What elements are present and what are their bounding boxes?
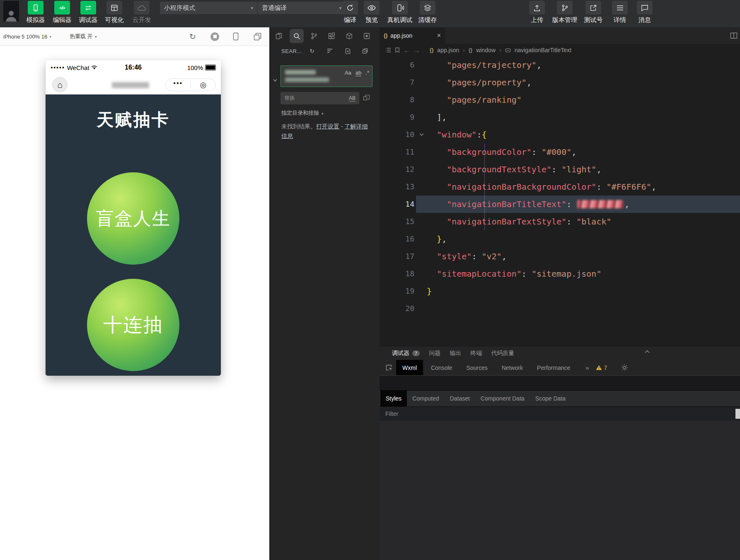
code-editor[interactable]: 6 "pages/trajectory",7 "pages/property",… (380, 56, 740, 346)
preview-button[interactable]: 预览 (358, 1, 385, 24)
tab-scope-data[interactable]: Scope Data (530, 391, 571, 406)
replace-input[interactable]: 替换 AB (281, 92, 359, 104)
code-line-6[interactable]: 6 "pages/trajectory", (380, 56, 740, 74)
message-button[interactable]: 消息 (631, 1, 658, 24)
device-debug-button[interactable]: 真机调试 (387, 1, 413, 24)
toolbar-editor-button[interactable]: </> 编辑器 (49, 1, 75, 24)
preserve-case-toggle[interactable]: AB (349, 95, 355, 101)
tab-debugger[interactable]: 调试器 7 (392, 350, 420, 357)
nav-back-icon[interactable]: ← (404, 47, 410, 54)
gacha-button-blind-box-life[interactable]: 盲盒人生 (87, 172, 179, 265)
tab-styles[interactable]: Styles (380, 391, 407, 406)
mode-dropdown[interactable]: 小程序模式 ▾ (160, 2, 257, 14)
tab-computed[interactable]: Computed (407, 391, 445, 406)
nav-forward-icon[interactable]: → (414, 47, 420, 54)
devtools-settings-icon[interactable] (621, 364, 628, 371)
source-control-icon[interactable] (307, 29, 321, 43)
more-button[interactable]: ••• (166, 79, 191, 91)
code-line-11[interactable]: 11 "backgroundColor": "#000", (380, 143, 740, 161)
tab-code-quality[interactable]: 代码质量 (491, 350, 514, 357)
exit-target-button[interactable]: ◎ (191, 79, 216, 91)
new-search-editor-icon[interactable] (344, 47, 351, 55)
bookmark-icon[interactable] (395, 47, 400, 53)
clear-results-icon[interactable] (326, 47, 334, 55)
collapse-panel-icon[interactable] (645, 350, 650, 353)
search-input[interactable]: Aa ab .* (281, 65, 372, 87)
more-tools-icon[interactable] (360, 29, 374, 43)
home-button[interactable]: ⌂ (52, 77, 68, 92)
devtools-tab-console[interactable]: Console (425, 360, 458, 375)
code-line-7[interactable]: 7 "pages/property", (380, 74, 740, 91)
hot-reload-toggle[interactable]: 热重载 开 ▾ (70, 27, 97, 46)
devtools-tab-network[interactable]: Network (496, 360, 529, 375)
extensions-icon[interactable] (324, 29, 339, 43)
devtools-tab-performance[interactable]: Performance (531, 360, 576, 375)
fold-chevron-icon[interactable] (416, 126, 427, 143)
sim-suspend-button[interactable] (210, 27, 219, 46)
split-editor-icon[interactable] (730, 32, 738, 39)
device-selector[interactable]: iPhone 5 100% 16 ▾ (3, 27, 51, 46)
hot-reload-value: 热重载 开 (70, 33, 93, 40)
code-line-8[interactable]: 8 "pages/ranking" (380, 91, 740, 109)
files-icon[interactable] (272, 29, 286, 43)
tab-problems[interactable]: 问题 (429, 350, 440, 357)
outline-icon[interactable] (385, 48, 391, 53)
clear-cache-button[interactable]: 清缓存 (414, 1, 441, 24)
breadcrumb-item-property[interactable]: navigationBarTitleText (515, 47, 571, 53)
breadcrumb-item-file[interactable]: app.json (437, 47, 459, 53)
code-line-13[interactable]: 13 "navigationBarBackgroundColor": "#F6F… (380, 178, 740, 196)
regex-toggle[interactable]: .* (365, 70, 369, 76)
breadcrumb-item-window[interactable]: window (476, 47, 496, 53)
code-line-17[interactable]: 17 "style": "v2", (380, 248, 740, 265)
toggle-replace-icon[interactable] (273, 79, 277, 82)
refresh-results-icon[interactable]: ↻ (308, 47, 316, 55)
inspect-element-icon[interactable] (382, 364, 396, 372)
code-line-20[interactable]: 20 (380, 300, 740, 317)
more-tabs-icon[interactable]: » (585, 364, 589, 371)
tab-app-json[interactable]: {} app.json × (380, 27, 445, 44)
toolbar-simulator-button[interactable]: 模拟器 (22, 1, 49, 24)
code-line-14[interactable]: 14 "navigationBarTitleText": , (380, 196, 740, 213)
gacha-button-ten-draw[interactable]: 十连抽 (87, 279, 179, 371)
sim-device-frame-button[interactable] (233, 27, 239, 46)
devtools-tab-wxml[interactable]: Wxml (396, 360, 423, 375)
toolbar-debugger-button[interactable]: 调试器 (75, 1, 102, 24)
user-avatar[interactable] (3, 1, 19, 22)
styles-filter-input[interactable]: Filter (385, 410, 398, 417)
code-line-9[interactable]: 9 ], (380, 109, 740, 126)
collapse-all-icon[interactable] (361, 47, 369, 55)
dir-filter-toggle[interactable]: 指定目录和排除 ▴ (281, 109, 324, 117)
match-case-toggle[interactable]: Aa (345, 70, 351, 76)
editor-icon: </> (54, 1, 70, 14)
code-line-15[interactable]: 15 "navigationBarTextStyle": "black" (380, 213, 740, 230)
tab-terminal[interactable]: 终端 (470, 350, 482, 357)
code-line-18[interactable]: 18 "sitemapLocation": "sitemap.json" (380, 265, 740, 282)
code-line-10[interactable]: 10 "window":{ (380, 126, 740, 143)
version-button[interactable]: 版本管理 (551, 1, 578, 24)
wxml-tree-area[interactable] (380, 376, 740, 391)
tab-component-data[interactable]: Component Data (475, 391, 530, 406)
search-icon[interactable] (290, 29, 304, 43)
code-line-19[interactable]: 19} (380, 282, 740, 300)
package-icon[interactable] (342, 29, 356, 43)
open-settings-link[interactable]: 打开设置 (316, 123, 339, 130)
details-button[interactable]: 详情 (607, 1, 633, 24)
sim-refresh-button[interactable]: ↻ (189, 27, 196, 46)
toolbar-cloud-button[interactable]: 云开发 (128, 1, 155, 24)
code-line-16[interactable]: 16 }, (380, 230, 740, 248)
tab-close-icon[interactable]: × (437, 32, 441, 39)
test-account-button[interactable]: 测试号 (580, 1, 607, 24)
warning-counter[interactable]: 7 (596, 364, 607, 371)
sim-multi-window-button[interactable] (254, 27, 261, 46)
tab-output[interactable]: 输出 (450, 350, 461, 357)
toolbar-visualize-button[interactable]: 可视化 (101, 1, 128, 24)
upload-button[interactable]: 上传 (524, 1, 550, 24)
replace-all-icon[interactable] (363, 94, 370, 101)
devtools-tab-sources[interactable]: Sources (460, 360, 493, 375)
tab-dataset[interactable]: Dataset (445, 391, 475, 406)
scrollbar-thumb[interactable] (735, 409, 740, 419)
code-line-12[interactable]: 12 "backgroundTextStyle": "light", (380, 161, 740, 178)
whole-word-toggle[interactable]: ab (355, 70, 361, 76)
compile-dropdown[interactable]: 普通编译 ▾ (258, 2, 346, 14)
line-number: 6 (380, 56, 416, 74)
